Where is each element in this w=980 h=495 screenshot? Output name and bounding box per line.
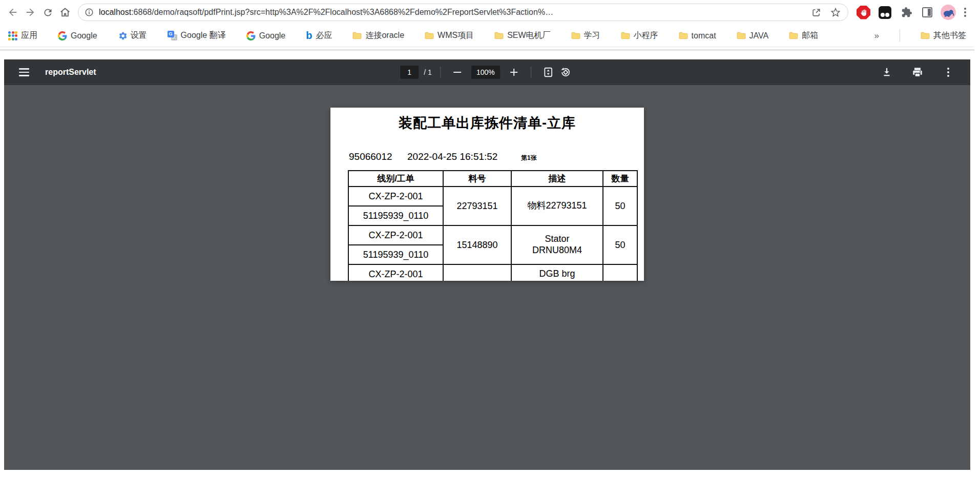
- url-host: localhost: [99, 8, 131, 16]
- pdf-viewport[interactable]: 装配工单出库拣件清单-立库 95066012 2022-04-25 16:51:…: [4, 85, 970, 470]
- fit-page-button[interactable]: [539, 64, 557, 81]
- bookmark-label: 学习: [584, 30, 600, 41]
- other-bookmarks-button[interactable]: 其他书签: [921, 30, 966, 41]
- print-button[interactable]: [909, 64, 926, 81]
- google-icon: [246, 31, 256, 40]
- download-button[interactable]: [878, 64, 895, 81]
- cell-qty: [603, 264, 637, 281]
- other-bookmarks-label: 其他书签: [933, 30, 966, 41]
- viewer-more-button[interactable]: [940, 64, 957, 81]
- bookmark-settings[interactable]: 设置: [118, 30, 147, 41]
- toolbar-divider: [440, 67, 441, 78]
- rotate-button[interactable]: [557, 64, 574, 81]
- side-panel-button[interactable]: [922, 7, 932, 17]
- bookmark-folder-study[interactable]: 学习: [571, 30, 600, 41]
- bookmark-folder-java[interactable]: JAVA: [737, 31, 769, 40]
- elephant-icon: [942, 6, 954, 18]
- bookmark-google-2[interactable]: Google: [246, 31, 286, 40]
- report-page-label: 第1张: [521, 154, 537, 162]
- folder-icon: [921, 32, 930, 39]
- hand-icon: [860, 9, 867, 16]
- bookmarks-bar: 应用 Google 设置 文G Google 翻译: [0, 25, 974, 47]
- bookmark-folder-oracle[interactable]: 连接oracle: [352, 30, 404, 41]
- header-line-workorder: 线别/工单: [348, 171, 443, 187]
- extensions-button[interactable]: [900, 5, 914, 19]
- bookmarks-overflow-button[interactable]: »: [874, 31, 879, 41]
- zoom-out-button[interactable]: [449, 64, 466, 81]
- bookmark-label: Google: [71, 31, 97, 40]
- minus-icon: [453, 72, 461, 73]
- page-number-input[interactable]: [400, 66, 419, 79]
- browser-menu-button[interactable]: [964, 8, 966, 17]
- bookmark-label: 连接oracle: [365, 30, 404, 41]
- cell-qty: 50: [603, 187, 637, 225]
- zoom-level-input[interactable]: [471, 66, 500, 79]
- extensions-cluster: [853, 5, 969, 20]
- viewer-actions: [878, 64, 957, 81]
- table-row: CX-ZP-2-001 22793151 物料22793151 50: [348, 187, 637, 206]
- bookmark-label: Google: [259, 31, 286, 40]
- viewer-menu-button[interactable]: [15, 64, 33, 81]
- cell-work-order: 51195939_0110: [348, 206, 443, 225]
- bookmark-star-button[interactable]: [828, 5, 843, 19]
- back-button[interactable]: [4, 4, 22, 21]
- header-description: 描述: [511, 171, 603, 187]
- home-button[interactable]: [56, 4, 74, 21]
- gear-icon: [118, 31, 127, 40]
- bookmark-google-translate[interactable]: 文G Google 翻译: [168, 30, 226, 41]
- bookmark-folder-wms[interactable]: WMS项目: [425, 30, 474, 41]
- bookmark-label: SEW电机厂: [507, 30, 550, 41]
- table-header-row: 线别/工单 料号 描述 数量: [348, 171, 637, 187]
- profile-avatar[interactable]: [941, 5, 956, 20]
- pdf-page: 装配工单出库拣件清单-立库 95066012 2022-04-25 16:51:…: [330, 108, 644, 281]
- header-part-no: 料号: [443, 171, 511, 187]
- bookmark-folder-sew[interactable]: SEW电机厂: [494, 30, 550, 41]
- dark-extension-icon[interactable]: [879, 6, 891, 19]
- folder-icon: [425, 32, 434, 39]
- pdf-viewer: reportServlet / 1: [4, 59, 970, 470]
- cell-part-no: 22793151: [443, 187, 511, 225]
- bookmark-apps[interactable]: 应用: [8, 30, 37, 41]
- more-vertical-icon: [947, 68, 949, 77]
- bookmarks-divider: [900, 30, 900, 42]
- cell-description: Stator DRNU80M4: [511, 225, 603, 264]
- browser-window: localhost:6868/demo/raqsoft/pdfPrint.jsp…: [0, 0, 974, 470]
- address-bar[interactable]: localhost:6868/demo/raqsoft/pdfPrint.jsp…: [78, 4, 848, 21]
- download-icon: [881, 67, 892, 78]
- forward-arrow-icon: [25, 7, 36, 18]
- info-icon[interactable]: [85, 8, 94, 17]
- report-title: 装配工单出库拣件清单-立库: [330, 114, 644, 132]
- share-button[interactable]: [809, 5, 823, 19]
- reload-icon: [43, 7, 53, 18]
- bookmark-bing[interactable]: b 必应: [306, 30, 332, 41]
- zoom-in-button[interactable]: [505, 64, 523, 81]
- cell-work-order: 51195939_0110: [348, 245, 443, 264]
- bookmark-google[interactable]: Google: [58, 31, 97, 40]
- cell-description: 物料22793151: [511, 187, 603, 225]
- bookmark-label: 小程序: [634, 30, 658, 41]
- bookmark-label: 邮箱: [802, 30, 818, 41]
- forward-button[interactable]: [22, 4, 39, 21]
- reload-button[interactable]: [39, 4, 56, 21]
- fit-page-icon: [543, 67, 554, 78]
- bookmark-folder-tomcat[interactable]: tomcat: [679, 31, 716, 40]
- side-panel-icon: [928, 9, 931, 16]
- document-title: reportServlet: [45, 68, 96, 77]
- cell-part-no: [443, 264, 511, 281]
- translate-icon: 文G: [168, 31, 177, 40]
- hamburger-icon: [19, 68, 29, 76]
- bookmark-label: Google 翻译: [181, 30, 226, 41]
- folder-icon: [679, 32, 688, 39]
- adblock-extension-icon[interactable]: [857, 6, 870, 19]
- bookmark-folder-miniprogram[interactable]: 小程序: [621, 30, 658, 41]
- cell-line: CX-ZP-2-001: [348, 187, 443, 206]
- table-row-partial: CX-ZP-2-001 DGB brg: [348, 264, 637, 281]
- bookmark-label: JAVA: [749, 31, 769, 40]
- google-icon: [58, 31, 67, 40]
- folder-icon: [352, 32, 362, 39]
- bookmark-label: WMS项目: [437, 30, 474, 41]
- bookmark-label: 设置: [131, 30, 147, 41]
- toolbar-divider: [531, 67, 531, 78]
- home-icon: [59, 7, 71, 18]
- bookmark-folder-mail[interactable]: 邮箱: [789, 30, 818, 41]
